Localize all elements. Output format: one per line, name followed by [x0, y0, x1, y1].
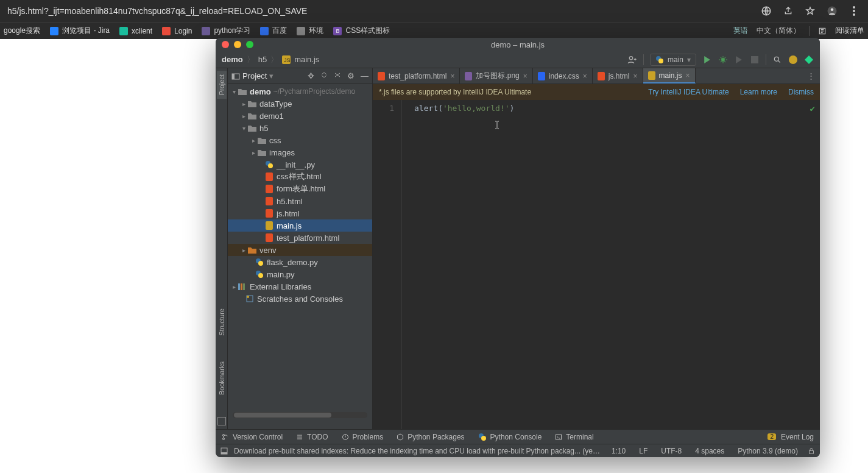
- tabs-more-icon[interactable]: ⋮: [802, 68, 820, 84]
- svg-text:JS: JS: [284, 57, 291, 63]
- search-icon[interactable]: [772, 55, 782, 65]
- close-tab-icon[interactable]: ×: [450, 72, 454, 80]
- tool-window-toggle-icon[interactable]: [217, 417, 226, 425]
- html-file-icon: [264, 233, 274, 242]
- url-text: h5/js.html?_ijt=moabenlih814nu7tvchspuc8…: [5, 6, 761, 16]
- event-log-badge: 2: [767, 433, 776, 440]
- tool-python-packages[interactable]: Python Packages: [397, 433, 464, 441]
- svg-point-34: [247, 296, 249, 298]
- tool-event-log[interactable]: Event Log: [781, 433, 814, 441]
- close-tab-icon[interactable]: ×: [686, 71, 690, 80]
- close-tab-icon[interactable]: ×: [523, 72, 528, 80]
- share-icon[interactable]: [783, 5, 794, 16]
- editor-tabs: test_platform.html× 加号图标.png× index.css×…: [373, 68, 820, 84]
- svg-rect-48: [810, 450, 814, 453]
- bookmark-item[interactable]: 环境: [297, 26, 323, 36]
- project-tree[interactable]: ▾demo~/PycharmProjects/demo ▸dataType ▸d…: [228, 84, 372, 429]
- editor-tab-active[interactable]: main.js×: [643, 68, 696, 84]
- bookmark-item[interactable]: 浏览项目 - Jira: [50, 26, 110, 36]
- maximize-icon[interactable]: [246, 41, 253, 48]
- svg-point-11: [658, 59, 663, 63]
- code-line[interactable]: alert('hello,world!'): [402, 100, 514, 429]
- editor-tab[interactable]: test_platform.html×: [373, 68, 460, 84]
- folder-icon: [257, 148, 267, 157]
- status-caret-pos[interactable]: 1:10: [608, 447, 629, 455]
- svg-point-9: [629, 56, 632, 59]
- banner-learn-link[interactable]: Learn more: [740, 88, 777, 96]
- svg-rect-22: [266, 197, 273, 205]
- tool-terminal[interactable]: Terminal: [555, 433, 593, 441]
- titlebar[interactable]: demo – main.js: [216, 38, 820, 51]
- tool-tab-bookmarks[interactable]: Bookmarks: [217, 358, 227, 399]
- bookmark-item[interactable]: BCSS样式图标: [333, 26, 390, 36]
- hide-panel-icon[interactable]: —: [361, 71, 369, 80]
- svg-rect-32: [243, 283, 245, 290]
- inspection-ok-icon[interactable]: ✔: [810, 104, 815, 113]
- status-interpreter[interactable]: Python 3.9 (demo): [734, 447, 802, 455]
- svg-rect-37: [538, 72, 545, 80]
- html-file-icon: [264, 209, 274, 218]
- tool-version-control[interactable]: Version Control: [222, 433, 283, 441]
- run-with-coverage-icon[interactable]: [734, 55, 744, 65]
- expand-all-icon[interactable]: [320, 71, 328, 80]
- status-line-sep[interactable]: LF: [635, 447, 651, 455]
- tool-problems[interactable]: Problems: [342, 433, 384, 441]
- status-encoding[interactable]: UTF-8: [657, 447, 685, 455]
- tree-selected-file[interactable]: main.js: [228, 219, 372, 232]
- run-icon[interactable]: [702, 55, 712, 65]
- reading-list-label[interactable]: 阅读清单: [835, 26, 864, 36]
- reading-list-icon[interactable]: [818, 27, 827, 35]
- menu-dots-icon[interactable]: [849, 5, 859, 16]
- tool-tab-structure[interactable]: Structure: [217, 305, 227, 340]
- lang-src: 英语: [733, 26, 748, 36]
- svg-point-2: [831, 9, 834, 12]
- code-editor[interactable]: 1 alert('hello,world!') ✔: [373, 100, 820, 429]
- js-file-icon: [648, 71, 655, 80]
- close-tab-icon[interactable]: ×: [583, 72, 587, 80]
- code-with-me-icon[interactable]: [804, 55, 814, 65]
- tree-venv[interactable]: ▸venv: [228, 244, 372, 256]
- folder-icon: [247, 246, 257, 254]
- bookmark-item[interactable]: google搜索: [4, 26, 40, 36]
- tree-horizontal-scrollbar[interactable]: [233, 412, 367, 418]
- bookmark-item[interactable]: xclient: [119, 27, 152, 35]
- close-tab-icon[interactable]: ×: [633, 72, 637, 80]
- breadcrumb[interactable]: demo 〉 h5 〉 JS main.js: [222, 54, 319, 65]
- tool-todo[interactable]: TODO: [296, 433, 328, 441]
- project-panel: Project ▾ ✥ ⚙ — ▾demo~/PycharmProjects/d…: [228, 68, 373, 429]
- minimize-icon[interactable]: [234, 41, 241, 48]
- banner-try-link[interactable]: Try IntelliJ IDEA Ultimate: [648, 88, 729, 96]
- add-user-icon[interactable]: [627, 55, 637, 65]
- status-indent[interactable]: 4 spaces: [691, 447, 728, 455]
- translate-icon[interactable]: [761, 5, 772, 16]
- run-config-selector[interactable]: main ▾: [650, 54, 696, 66]
- banner-dismiss-link[interactable]: Dismiss: [788, 88, 814, 96]
- banner-message: *.js files are supported by IntelliJ IDE…: [379, 88, 531, 96]
- tool-tab-project[interactable]: Project: [217, 71, 227, 99]
- folder-icon: [257, 136, 267, 144]
- updates-icon[interactable]: [788, 55, 798, 65]
- window-controls[interactable]: [222, 41, 253, 48]
- stop-icon[interactable]: [750, 55, 760, 65]
- editor-tab[interactable]: index.css×: [533, 68, 593, 84]
- locate-icon[interactable]: ✥: [308, 71, 314, 80]
- profile-icon[interactable]: [827, 5, 838, 16]
- lock-icon[interactable]: [808, 447, 815, 455]
- bookmark-item[interactable]: python学习: [202, 26, 250, 36]
- debug-icon[interactable]: [718, 55, 728, 65]
- tool-python-console[interactable]: Python Console: [478, 433, 542, 441]
- status-bar-toggle-icon[interactable]: [221, 447, 228, 455]
- svg-rect-25: [266, 233, 273, 242]
- collapse-all-icon[interactable]: [334, 71, 341, 80]
- css-file-icon: [538, 72, 545, 80]
- star-icon[interactable]: [805, 5, 816, 16]
- editor-tab[interactable]: 加号图标.png×: [460, 68, 532, 84]
- editor-tab[interactable]: js.html×: [593, 68, 643, 84]
- bookmark-item[interactable]: 百度: [260, 26, 287, 36]
- gear-icon[interactable]: ⚙: [347, 71, 355, 80]
- close-icon[interactable]: [222, 41, 229, 48]
- svg-rect-30: [238, 283, 240, 290]
- bookmarks-bar: google搜索 浏览项目 - Jira xclient Login pytho…: [0, 22, 868, 39]
- bookmark-item[interactable]: Login: [162, 27, 192, 35]
- svg-point-3: [853, 6, 855, 9]
